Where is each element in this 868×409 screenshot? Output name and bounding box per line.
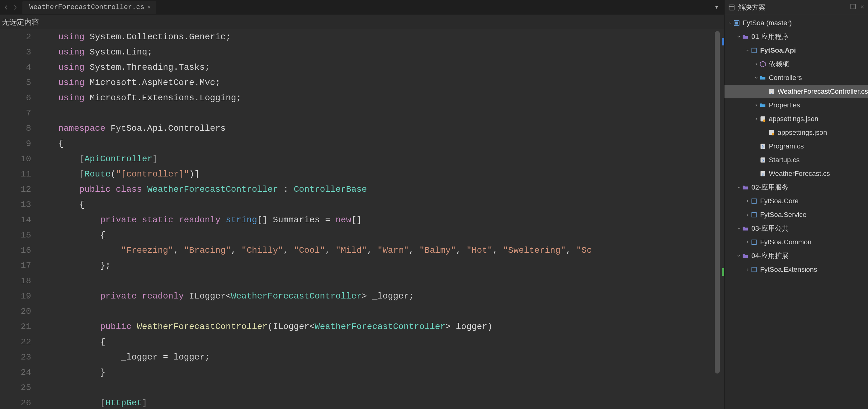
tree-node[interactable]: FytSoa.Api bbox=[724, 43, 868, 57]
code-line[interactable]: using System.Collections.Generic; bbox=[37, 29, 724, 44]
code-line[interactable]: [HttpGet] bbox=[37, 395, 724, 409]
csharp-file-icon: {} bbox=[760, 143, 766, 150]
code-line[interactable]: using Microsoft.Extensions.Logging; bbox=[37, 90, 724, 105]
chevron-right-icon[interactable] bbox=[744, 239, 751, 245]
chevron-down-icon[interactable] bbox=[736, 34, 742, 40]
chevron-down-icon[interactable] bbox=[727, 20, 733, 26]
code-line[interactable]: { bbox=[37, 136, 724, 151]
close-icon[interactable]: × bbox=[148, 4, 151, 10]
vertical-scrollbar[interactable] bbox=[715, 31, 720, 374]
tree-node[interactable]: {}WeatherForecastController.cs bbox=[724, 85, 868, 98]
code-line[interactable] bbox=[37, 105, 724, 121]
svg-text:{}: {} bbox=[771, 90, 773, 94]
nav-forward-button[interactable] bbox=[10, 3, 19, 12]
code-line[interactable]: using System.Threading.Tasks; bbox=[37, 60, 724, 75]
code-line[interactable]: "Freezing", "Bracing", "Chilly", "Cool",… bbox=[37, 243, 724, 258]
change-marker-icon bbox=[722, 268, 724, 276]
tree-node-label: Program.cs bbox=[769, 142, 804, 150]
chevron-right-icon[interactable] bbox=[753, 61, 760, 67]
solution-folder-icon bbox=[742, 33, 749, 40]
code-line[interactable]: public WeatherForecastController(ILogger… bbox=[37, 319, 724, 334]
svg-rect-5 bbox=[735, 22, 738, 24]
editor-panel: WeatherForecastController.cs × ▾ 无选定内容 2… bbox=[0, 0, 724, 409]
tree-node[interactable]: 01-应用程序 bbox=[724, 30, 868, 43]
tree-node[interactable]: FytSoa (master) bbox=[724, 16, 868, 30]
code-line[interactable]: using Microsoft.AspNetCore.Mvc; bbox=[37, 75, 724, 90]
code-line[interactable] bbox=[37, 380, 724, 395]
line-number: 18 bbox=[0, 273, 31, 288]
code-line[interactable] bbox=[37, 273, 724, 288]
line-number: 24 bbox=[0, 365, 31, 380]
tree-node[interactable]: {}WeatherForecast.cs bbox=[724, 167, 868, 181]
twisty-placeholder bbox=[762, 88, 768, 95]
code-content[interactable]: using System.Collections.Generic; using … bbox=[37, 29, 724, 409]
line-number: 9 bbox=[0, 136, 31, 151]
folder-icon bbox=[760, 74, 766, 81]
twisty-placeholder bbox=[753, 143, 760, 149]
tree-node-label: Properties bbox=[769, 101, 800, 109]
code-line[interactable]: { bbox=[37, 197, 724, 212]
code-line[interactable]: }; bbox=[37, 258, 724, 273]
twisty-placeholder bbox=[762, 129, 768, 136]
svg-rect-21 bbox=[752, 240, 756, 245]
tree-node[interactable]: 02-应用服务 bbox=[724, 181, 868, 194]
code-line[interactable]: { bbox=[37, 334, 724, 350]
code-line[interactable]: public class WeatherForecastController :… bbox=[37, 182, 724, 197]
panel-split-icon[interactable] bbox=[850, 3, 856, 11]
line-number: 10 bbox=[0, 151, 31, 166]
svg-point-10 bbox=[763, 120, 765, 122]
code-line[interactable]: [Route("[controller]")] bbox=[37, 166, 724, 182]
svg-text:{}: {} bbox=[762, 159, 764, 162]
tree-node[interactable]: appsettings.json bbox=[724, 112, 868, 126]
breadcrumb-text: 无选定内容 bbox=[2, 17, 39, 27]
code-area[interactable]: 2345678910111213141516171819202122232425… bbox=[0, 29, 724, 409]
chevron-right-icon[interactable] bbox=[744, 212, 751, 218]
chevron-down-icon[interactable] bbox=[753, 75, 760, 81]
line-number: 12 bbox=[0, 182, 31, 197]
tree-node-label: FytSoa (master) bbox=[743, 19, 792, 27]
code-line[interactable]: private readonly ILogger<WeatherForecast… bbox=[37, 288, 724, 304]
json-file-icon bbox=[760, 116, 766, 122]
breadcrumb-bar[interactable]: 无选定内容 bbox=[0, 15, 724, 29]
svg-rect-20 bbox=[752, 213, 756, 217]
nav-back-button[interactable] bbox=[2, 3, 10, 12]
tree-node[interactable]: {}Startup.cs bbox=[724, 153, 868, 167]
tree-node[interactable]: 03-应用公共 bbox=[724, 222, 868, 235]
project-icon bbox=[751, 266, 757, 273]
tree-node[interactable]: FytSoa.Core bbox=[724, 194, 868, 208]
twisty-placeholder bbox=[753, 157, 760, 163]
code-line[interactable]: private static readonly string[] Summari… bbox=[37, 212, 724, 227]
tree-node[interactable]: Controllers bbox=[724, 71, 868, 85]
chevron-down-icon[interactable] bbox=[736, 225, 742, 231]
project-icon bbox=[751, 239, 757, 246]
code-line[interactable]: [ApiController] bbox=[37, 151, 724, 166]
line-number: 2 bbox=[0, 29, 31, 44]
tree-node[interactable]: {}Program.cs bbox=[724, 139, 868, 153]
tree-node[interactable]: FytSoa.Common bbox=[724, 235, 868, 249]
code-line[interactable]: } bbox=[37, 365, 724, 380]
tree-node[interactable]: appsettings.json bbox=[724, 126, 868, 139]
tree-node[interactable]: 04-应用扩展 bbox=[724, 249, 868, 263]
chevron-down-icon[interactable] bbox=[744, 47, 751, 54]
file-tab[interactable]: WeatherForecastController.cs × bbox=[23, 1, 156, 14]
chevron-right-icon[interactable] bbox=[744, 266, 751, 273]
chevron-down-icon[interactable] bbox=[736, 253, 742, 259]
tree-node[interactable]: FytSoa.Extensions bbox=[724, 263, 868, 276]
chevron-down-icon[interactable] bbox=[736, 184, 742, 190]
chevron-right-icon[interactable] bbox=[753, 116, 760, 122]
code-line[interactable]: { bbox=[37, 227, 724, 243]
solution-tree[interactable]: FytSoa (master)01-应用程序FytSoa.Api依赖项Contr… bbox=[724, 15, 868, 276]
code-line[interactable]: namespace FytSoa.Api.Controllers bbox=[37, 121, 724, 136]
code-line[interactable] bbox=[37, 304, 724, 319]
line-number: 22 bbox=[0, 334, 31, 350]
tab-overflow-button[interactable]: ▾ bbox=[714, 3, 718, 11]
chevron-right-icon[interactable] bbox=[753, 102, 760, 108]
code-line[interactable]: _logger = logger; bbox=[37, 350, 724, 365]
code-line[interactable]: using System.Linq; bbox=[37, 44, 724, 60]
tree-node[interactable]: FytSoa.Service bbox=[724, 208, 868, 222]
panel-close-icon[interactable]: × bbox=[861, 3, 864, 11]
tree-node[interactable]: Properties bbox=[724, 98, 868, 112]
tree-node[interactable]: 依赖项 bbox=[724, 57, 868, 71]
tree-node-label: Startup.cs bbox=[769, 156, 800, 164]
chevron-right-icon[interactable] bbox=[744, 198, 751, 204]
